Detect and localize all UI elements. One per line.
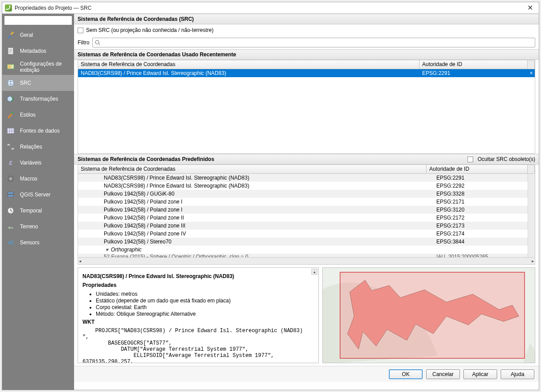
scroll-up-icon[interactable]: ▴	[311, 269, 318, 275]
sidebar-item-label: Variáveis	[20, 160, 71, 166]
no-crs-checkbox[interactable]	[78, 27, 83, 33]
scroll-right-icon[interactable]: ▸	[532, 259, 534, 263]
table-row[interactable]: NAD83(CSRS98) / Prince Edward Isl. Stere…	[78, 174, 535, 182]
table-row[interactable]: Pulkovo 1942(58) / Poland zone IEPSG:217…	[78, 198, 535, 206]
svg-rect-31	[8, 195, 13, 197]
svg-rect-7	[8, 65, 11, 68]
detail-wkt-text: PROJCRS["NAD83(CSRS98) / Prince Edward I…	[82, 328, 314, 363]
predef-table-body[interactable]: NAD83(CSRS98) / Prince Edward Isl. Stere…	[78, 174, 535, 257]
svg-point-35	[8, 242, 11, 244]
titlebar: Propriedades do Projeto — SRC ✕	[2, 2, 539, 14]
cell-auth: EPSG:2291	[419, 70, 528, 76]
cancel-button[interactable]: Cancelar	[426, 369, 460, 379]
sidebar-search-input[interactable]	[8, 17, 74, 24]
sidebar-item-view-settings[interactable]: Configurações de exibição	[2, 59, 74, 75]
relations-icon	[6, 142, 16, 152]
detail-props-heading: Propriedades	[82, 282, 314, 288]
sidebar-item-temporal[interactable]: Temporal	[2, 203, 74, 219]
extent-preview-map[interactable]	[322, 267, 535, 363]
table-row[interactable]: Pulkovo 1942(58) / GUGiK-80EPSG:3328	[78, 190, 535, 198]
sidebar-item-label: Configurações de exibição	[20, 61, 71, 74]
dialog-footer: OK Cancelar Aplicar Ajuda	[74, 366, 539, 382]
detail-wkt-heading: WKT	[82, 319, 314, 325]
svg-line-28	[8, 180, 9, 181]
sensor-icon	[6, 238, 16, 247]
col-name[interactable]: Sistema de Referência de Coordenadas	[78, 60, 419, 69]
filter-input[interactable]	[102, 39, 533, 46]
col-scroll-stub	[528, 165, 535, 173]
help-button[interactable]: Ajuda	[501, 369, 534, 379]
col-auth[interactable]: Autoridade de ID	[427, 165, 528, 173]
sidebar-item-label: Sensors	[20, 239, 71, 246]
table-row[interactable]: Pulkovo 1942(58) / Poland zone IIEPSG:21…	[78, 214, 535, 222]
col-name[interactable]: Sistema de Referência de Coordenadas	[78, 165, 427, 173]
sidebar-item-label: QGIS Server	[20, 192, 71, 198]
sidebar: Geral Metadados Configurações de exibiçã…	[2, 14, 74, 390]
list-item: Unidades: metros	[96, 291, 314, 297]
sidebar-item-label: SRC	[20, 80, 71, 86]
recent-table-body[interactable]: NAD83(CSRS98) / Prince Edward Isl. Stere…	[78, 69, 535, 153]
sidebar-item-styles[interactable]: Estilos	[2, 107, 74, 123]
svg-point-36	[95, 40, 99, 44]
hide-deprecated-label: Ocultar SRC obsoleto(s)	[478, 156, 535, 162]
ok-button[interactable]: OK	[389, 369, 423, 379]
detail-props-list: Unidades: metros Estático (depende de um…	[96, 291, 314, 317]
sidebar-item-label: Temporal	[20, 208, 71, 214]
table-icon	[6, 126, 16, 136]
predef-heading: Sistemas de Referência de Coordenadas Pr…	[78, 156, 214, 162]
scroll-left-icon[interactable]: ◂	[79, 259, 81, 263]
no-crs-label: Sem SRC (ou projeção não conhecida / não…	[86, 27, 213, 33]
chevron-down-icon[interactable]: ▾	[105, 247, 109, 253]
svg-rect-12	[11, 111, 14, 114]
sidebar-item-general[interactable]: Geral	[2, 27, 74, 43]
crs-detail-box[interactable]: ▴ NAD83(CSRS98) / Prince Edward Isl. Ste…	[78, 267, 319, 363]
sidebar-item-qgis-server[interactable]: QGIS Server	[2, 187, 74, 203]
terrain-icon	[6, 222, 16, 231]
filter-input-wrap[interactable]	[92, 38, 535, 47]
view-icon	[6, 62, 16, 72]
table-row[interactable]: Pulkovo 1942(58) / Poland zone IIIEPSG:2…	[78, 222, 535, 230]
table-row[interactable]: Pulkovo 1942(58) / Stereo70EPSG:3844	[78, 238, 535, 246]
table-row[interactable]: NAD83(CSRS98) / Prince Edward Isl. Stere…	[78, 69, 535, 77]
table-row[interactable]: 52 Europa (2015) - Sphere / Ocentric / O…	[78, 254, 535, 257]
svg-rect-30	[8, 192, 13, 194]
project-properties-dialog: Propriedades do Projeto — SRC ✕ Geral Me…	[2, 2, 539, 390]
sidebar-item-terrain[interactable]: Terreno	[2, 219, 74, 235]
table-row[interactable]: Pulkovo 1942(58) / Poland zone IVEPSG:21…	[78, 230, 535, 238]
sidebar-item-label: Estilos	[20, 112, 71, 118]
recent-heading: Sistemas de Referência de Coordenadas Us…	[74, 49, 539, 60]
sidebar-item-relations[interactable]: Relações	[2, 139, 74, 155]
svg-line-29	[12, 176, 13, 177]
apply-button[interactable]: Aplicar	[463, 369, 497, 379]
svg-rect-18	[8, 144, 10, 145]
sidebar-search[interactable]	[4, 16, 72, 25]
col-auth[interactable]: Autoridade de ID	[419, 60, 528, 69]
sidebar-item-macros[interactable]: Macros	[2, 171, 74, 187]
list-item: Método: Oblique Stereographic Alternativ…	[96, 311, 314, 317]
table-row[interactable]: Pulkovo 1942(58) / Poland zone IEPSG:312…	[78, 206, 535, 214]
list-item: Corpo celestial: Earth	[96, 304, 314, 310]
sidebar-item-transformations[interactable]: Transformações	[2, 91, 74, 107]
table-row[interactable]: NAD83(CSRS98) / Prince Edward Isl. Stere…	[78, 182, 535, 190]
predef-table: Sistema de Referência de Coordenadas Aut…	[78, 165, 535, 258]
globe-icon	[6, 78, 16, 88]
epsilon-icon: ε	[6, 158, 16, 168]
sidebar-item-label: Relações	[20, 144, 71, 150]
table-group-row[interactable]: ▾Orthographic	[78, 246, 535, 254]
horizontal-scrollbar[interactable]: ◂ ▸	[78, 258, 535, 265]
list-item: Estático (depende de um dado que está fi…	[96, 298, 314, 304]
detail-title: NAD83(CSRS98) / Prince Edward Isl. Stere…	[82, 273, 314, 279]
close-button[interactable]: ✕	[524, 3, 536, 13]
sidebar-item-sensors[interactable]: Sensors	[2, 235, 74, 251]
window-title: Propriedades do Projeto — SRC	[15, 5, 524, 11]
hide-deprecated-checkbox[interactable]	[467, 157, 473, 162]
remove-recent-icon[interactable]: ×	[528, 70, 535, 76]
sidebar-item-crs[interactable]: SRC	[2, 75, 74, 91]
sidebar-item-data-sources[interactable]: Fontes de dados	[2, 123, 74, 139]
no-crs-row: Sem SRC (ou projeção não conhecida / não…	[74, 24, 539, 36]
sidebar-item-variables[interactable]: ε Variáveis	[2, 155, 74, 171]
close-icon: ✕	[527, 4, 533, 12]
sidebar-item-metadata[interactable]: Metadados	[2, 43, 74, 59]
vertical-scrollbar[interactable]	[528, 174, 535, 257]
sidebar-item-label: Transformações	[20, 96, 71, 102]
